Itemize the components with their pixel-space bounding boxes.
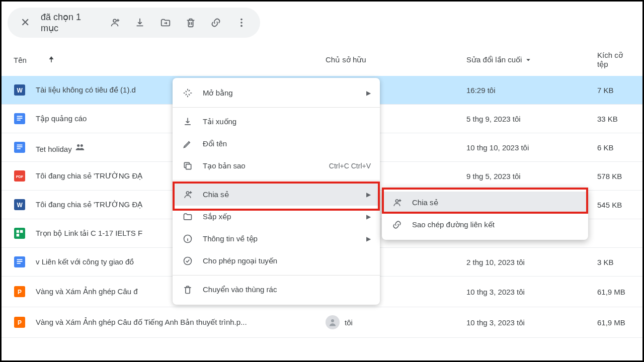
svg-rect-14: [17, 148, 21, 149]
chevron-right-icon: ▶: [366, 213, 371, 220]
file-name: Vàng và Xám Ảnh ghép Câu đố Tiếng Anh Bả…: [36, 318, 247, 327]
avatar: [326, 315, 340, 329]
svg-rect-4: [51, 59, 52, 62]
link-icon: [391, 220, 403, 230]
owner-label: tôi: [345, 318, 353, 327]
svg-point-0: [113, 19, 116, 22]
offline-icon: [182, 256, 194, 266]
shortcut-text: Ctrl+C Ctrl+V: [329, 162, 371, 170]
column-modified[interactable]: Sửa đổi lần cuối: [466, 55, 597, 64]
sheets-file-icon: [14, 227, 26, 239]
selection-count: đã chọn 1 mục: [41, 12, 88, 34]
move-icon[interactable]: [157, 12, 174, 34]
docs-file-icon: [14, 256, 26, 268]
file-size: 545 KB: [597, 201, 632, 209]
modified-date: 5 thg 9, 2023 tôi: [466, 115, 597, 123]
modified-date: 10 thg 10, 2023 tôi: [466, 143, 597, 152]
submenu-copy-link[interactable]: Sao chép đường liên kết: [382, 214, 588, 236]
rename-icon: [182, 139, 194, 149]
svg-rect-12: [17, 145, 23, 146]
file-name: Tài liệu không có tiêu đề (1).d: [36, 85, 136, 95]
column-owner[interactable]: Chủ sở hữu: [326, 55, 466, 64]
more-icon[interactable]: [233, 12, 250, 34]
close-icon[interactable]: ✕: [18, 14, 33, 31]
sort-asc-icon[interactable]: [47, 55, 56, 65]
trash-icon[interactable]: [182, 12, 199, 34]
svg-point-16: [80, 144, 83, 147]
chevron-right-icon: ▶: [366, 89, 371, 97]
shared-icon: [75, 142, 85, 152]
folder-icon: [182, 212, 194, 222]
svg-rect-21: [14, 228, 25, 239]
share-submenu: Chia sẻ Sao chép đường liên kết: [382, 188, 588, 240]
word-file-icon: W: [14, 199, 26, 211]
svg-rect-22: [17, 230, 20, 233]
menu-share[interactable]: Chia sẻ ▶: [173, 184, 380, 206]
share-person-icon[interactable]: [106, 12, 123, 34]
menu-divider: [173, 275, 380, 276]
svg-point-34: [331, 319, 334, 322]
file-size: 3 KB: [597, 258, 632, 266]
file-name: Trọn bộ Link tải C 1-17 IELTS F: [36, 229, 142, 238]
submenu-share[interactable]: Chia sẻ: [382, 192, 588, 214]
svg-text:P: P: [18, 289, 22, 296]
copy-icon: [182, 161, 194, 171]
docs-file-icon: [14, 113, 26, 125]
svg-point-39: [395, 200, 398, 202]
file-size: 33 KB: [597, 115, 632, 123]
svg-rect-24: [17, 234, 20, 237]
svg-point-15: [77, 144, 79, 147]
svg-point-2: [240, 22, 243, 24]
menu-open-with[interactable]: Mở bằng ▶: [173, 82, 380, 104]
menu-trash[interactable]: Chuyển vào thùng rác: [173, 279, 380, 301]
file-name: Tet holiday: [36, 142, 85, 153]
file-name: Vàng và Xám Ảnh ghép Câu đ: [36, 287, 138, 296]
column-size[interactable]: Kích cỡ tệp: [597, 51, 632, 69]
word-file-icon: W: [14, 84, 26, 96]
file-row[interactable]: PVàng và Xám Ảnh ghép Câu đố Tiếng Anh B…: [2, 307, 642, 338]
download-icon: [182, 117, 194, 127]
file-size: 6 KB: [597, 143, 632, 152]
modified-date: 10 thg 3, 2023 tôi: [466, 288, 597, 296]
trash-icon: [182, 285, 194, 295]
menu-divider: [173, 107, 380, 108]
menu-offline[interactable]: Cho phép ngoại tuyến: [173, 250, 380, 272]
svg-point-1: [240, 19, 243, 21]
slides-file-icon: P: [14, 286, 26, 298]
menu-file-info[interactable]: Thông tin về tệp ▶: [173, 228, 380, 250]
context-menu: Mở bằng ▶ Tải xuống Đổi tên Tạo bản sao …: [173, 78, 380, 305]
modified-date: 16:29 tôi: [466, 86, 597, 95]
share-icon: [182, 190, 194, 200]
svg-text:PDF: PDF: [16, 174, 24, 179]
file-size: 7 KB: [597, 86, 632, 95]
open-with-icon: [182, 88, 194, 98]
share-icon: [391, 198, 403, 208]
svg-rect-26: [17, 259, 23, 260]
pdf-file-icon: PDF: [14, 170, 26, 182]
file-name: v Liên kết với công ty giao đồ: [36, 257, 134, 266]
svg-point-38: [184, 257, 192, 265]
menu-rename[interactable]: Đổi tên: [173, 133, 380, 155]
modified-date: 9 thg 5, 2023 tôi: [466, 172, 597, 180]
file-size: 61,9 MB: [597, 318, 632, 327]
svg-text:P: P: [18, 319, 22, 326]
selection-toolbar: ✕ đã chọn 1 mục: [8, 8, 260, 38]
svg-text:W: W: [17, 87, 23, 94]
download-icon[interactable]: [131, 12, 148, 34]
svg-rect-10: [17, 120, 21, 121]
file-size: 61,9 MB: [597, 288, 632, 296]
svg-point-36: [186, 192, 189, 194]
file-size: 578 KB: [597, 172, 632, 180]
column-name[interactable]: Tên: [14, 56, 27, 64]
file-name: Tôi đang chia sẻ 'TRƯỜNG ĐẠ: [36, 171, 142, 180]
dropdown-icon: [524, 55, 533, 64]
menu-download[interactable]: Tải xuống: [173, 111, 380, 133]
modified-date: 10 thg 3, 2023 tôi: [466, 318, 597, 327]
info-icon: [182, 234, 194, 244]
svg-rect-23: [20, 230, 23, 233]
menu-make-copy[interactable]: Tạo bản sao Ctrl+C Ctrl+V: [173, 155, 380, 177]
link-icon[interactable]: [207, 12, 224, 34]
menu-organize[interactable]: Sắp xếp ▶: [173, 206, 380, 228]
file-name: Tôi đang chia sẻ 'TRƯỜNG ĐẠ: [36, 200, 142, 209]
docs-file-icon: [14, 141, 26, 153]
